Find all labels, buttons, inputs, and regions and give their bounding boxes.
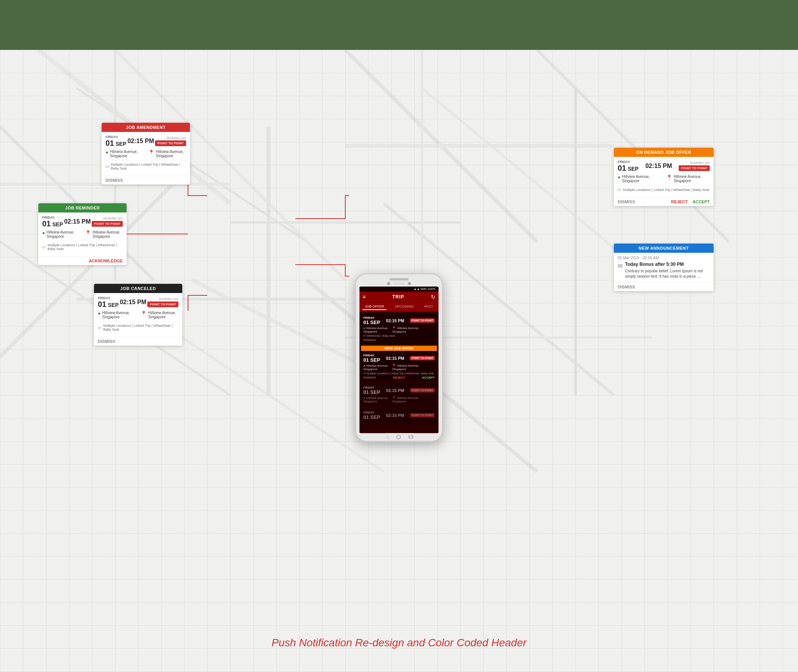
phone-mockup: ▲▲ WiFi 100% ≡ TRIP ↻ JOB OFFER UPCOMING… <box>355 273 443 442</box>
on-demand-tags: Multiple Locations | Linked Trip | Wheel… <box>623 188 709 192</box>
on-demand-month: SEP <box>628 166 638 172</box>
on-demand-pickup: Hillview Avenue, Singapore <box>622 175 659 183</box>
dropoff-dot: 📍 <box>148 150 154 155</box>
job-canceled-day: FRIDAY <box>98 296 119 300</box>
on-demand-id: 20180902-102 <box>690 161 710 165</box>
tab-past[interactable]: PAST <box>422 304 435 310</box>
job-reminder-date: 01 <box>42 219 51 228</box>
job-reminder-pickup: Hillview Avenue, Singapore <box>46 230 77 239</box>
phone-job2-pickup: ● Hillview Avenue,Singapore <box>363 364 388 371</box>
job-reminder-time: 02:15 PM <box>64 218 91 225</box>
new-announcement-header: NEW ANNOUNCEMENT <box>614 244 714 253</box>
phone-job4-time: 02:15 PM <box>386 413 404 418</box>
job-reminder-tags: Multiple Locations | Linked Trip | Wheel… <box>48 243 123 251</box>
phone-tabs: JOB OFFER UPCOMING PAST <box>359 302 439 312</box>
refresh-icon[interactable]: ↻ <box>431 294 435 300</box>
phone-job3-dropoff: 📍 Hillview Avenue,Singapore <box>392 396 419 403</box>
phone-screen: ▲▲ WiFi 100% ≡ TRIP ↻ JOB OFFER UPCOMING… <box>359 287 439 433</box>
announcement-date: 05 Mar 2019 - 02:55 AM <box>618 256 710 260</box>
tab-upcoming[interactable]: UPCOMING <box>392 304 416 310</box>
phone-job1-date: FRIDAY 01 SEP <box>363 316 380 325</box>
phone-job-2[interactable]: FRIDAY 01 SEP 02:15 PM POINT TO POINT ● … <box>361 351 437 382</box>
phone-job2-accept[interactable]: ACCEPT <box>422 376 435 379</box>
on-demand-dismiss[interactable]: DISMISS <box>618 199 635 204</box>
phone-job2-time: 02:15 PM <box>386 356 404 361</box>
job-amendment-header: JOB AMENDMENT <box>102 123 190 132</box>
job-amendment-dismiss[interactable]: DISMISS <box>106 178 123 183</box>
phone-body: ▲▲ WiFi 100% ≡ TRIP ↻ JOB OFFER UPCOMING… <box>355 273 443 442</box>
top-bar <box>0 0 798 50</box>
new-announcement-card: NEW ANNOUNCEMENT 05 Mar 2019 - 02:55 AM … <box>614 244 714 291</box>
pickup-dot: ● <box>98 311 101 316</box>
tag-icon: 🏷 <box>618 188 622 192</box>
phone-camera <box>387 282 390 285</box>
phone-job2-reject[interactable]: REJECT <box>393 376 405 379</box>
phone-sensor <box>408 282 411 285</box>
on-demand-accept[interactable]: ACCEPT <box>692 199 710 204</box>
phone-job2-badge: POINT TO POINT <box>410 356 435 360</box>
job-reminder-acknowledge[interactable]: ACKNOWLEDGE <box>89 259 123 263</box>
phone-job1-dismiss[interactable]: DISMISS <box>363 338 376 342</box>
job-reminder-badge: POINT TO POINT <box>92 221 123 227</box>
job-reminder-day: FRIDAY <box>42 216 63 219</box>
pickup-dot: ● <box>42 230 45 236</box>
job-reminder-dropoff: Hillview Avenue, Singapore <box>92 230 123 239</box>
phone-job1-badge: POINT TO POINT <box>410 318 435 323</box>
menu-button[interactable] <box>409 435 413 438</box>
job-amendment-card: JOB AMENDMENT FRIDAY 01 SEP 02:15 PM 201… <box>102 123 190 184</box>
phone-job3-date: FRIDAY 01 SEP <box>363 385 380 395</box>
job-amendment-tags: Multiple Locations | Linked Trip | Wheel… <box>111 163 186 170</box>
job-canceled-id: 20180902-102 <box>158 297 178 301</box>
announcement-title: Today Bonus after 5:30 PM <box>625 262 710 267</box>
phone-job4-badge: POINT TO POINT <box>410 413 435 417</box>
hamburger-icon[interactable]: ≡ <box>363 294 366 300</box>
main-area: JOB AMENDMENT FRIDAY 01 SEP 02:15 PM 201… <box>0 50 798 672</box>
phone-title: TRIP <box>392 294 404 300</box>
job-amendment-pickup: Hillview Avenue, Singapore <box>110 150 141 158</box>
on-demand-dropoff: Hillview Avenue, Singapore <box>674 175 710 183</box>
phone-speaker <box>389 278 409 280</box>
phone-nav-bar: ≡ TRIP ↻ <box>359 292 439 302</box>
phone-job1-pickup: ● Hillview Avenue,Singapore <box>363 326 388 333</box>
back-button[interactable]: ◁ <box>385 434 389 440</box>
job-canceled-month: SEP <box>108 302 119 308</box>
phone-content: FRIDAY 01 SEP 02:15 PM POINT TO POINT ● … <box>359 312 439 433</box>
job-amendment-time: 02:15 PM <box>127 138 154 145</box>
phone-job-4[interactable]: FRIDAY 01 SEP 02:15 PM POINT TO POINT <box>361 408 437 423</box>
job-reminder-card: JOB REMINDER FRIDAY 01 SEP 02:15 PM 2018… <box>38 203 127 265</box>
pickup-dot: ● <box>618 175 620 180</box>
dropoff-dot: 📍 <box>141 311 147 316</box>
page-caption: Push Notification Re-design and Color Co… <box>0 637 798 649</box>
tag-icon: 🏷 <box>106 165 109 169</box>
on-demand-header: ON DEMAND JOB OFFER <box>614 148 714 157</box>
job-amendment-badge: POINT TO POINT <box>155 140 186 146</box>
job-amendment-month: SEP <box>115 141 126 147</box>
tag-icon: 🏷 <box>98 326 102 330</box>
job-canceled-badge: POINT TO POINT <box>147 301 178 307</box>
phone-home-bar: ◁ <box>385 433 413 441</box>
mail-icon: ✉ <box>618 262 623 270</box>
on-demand-time: 02:15 PM <box>645 163 672 170</box>
job-canceled-dismiss[interactable]: DISMISS <box>98 339 115 344</box>
phone-job-3[interactable]: FRIDAY 01 SEP 02:15 PM POINT TO POINT ● … <box>361 383 437 407</box>
phone-job2-dismiss[interactable]: DISMISS <box>363 376 376 379</box>
on-demand-day: FRIDAY <box>618 160 638 164</box>
job-amendment-day: FRIDAY <box>106 135 126 139</box>
on-demand-badge: POINT TO POINT <box>679 165 710 171</box>
on-demand-reject[interactable]: REJECT <box>671 199 688 204</box>
phone-job4-date: FRIDAY 01 SEP <box>363 410 380 420</box>
phone-job-1[interactable]: FRIDAY 01 SEP 02:15 PM POINT TO POINT ● … <box>361 313 437 344</box>
announcement-dismiss[interactable]: DISMISS <box>618 285 635 289</box>
tab-job-offer[interactable]: JOB OFFER <box>363 304 387 310</box>
dropoff-dot: 📍 <box>666 175 672 180</box>
phone-job3-time: 02:15 PM <box>386 388 404 393</box>
job-amendment-date: 01 <box>106 139 114 147</box>
job-amendment-id: 20180902-102 <box>166 136 186 140</box>
home-button[interactable] <box>396 435 401 439</box>
job-reminder-header: JOB REMINDER <box>38 203 127 212</box>
job-canceled-time: 02:15 PM <box>120 299 146 306</box>
phone-job1-dropoff: 📍 Hillview Avenue,Singapore <box>392 326 419 333</box>
job-canceled-dropoff: Hillview Avenue, Singapore <box>148 311 178 319</box>
job-reminder-id: 20180902-102 <box>103 217 123 220</box>
job-canceled-date: 01 <box>98 300 106 308</box>
